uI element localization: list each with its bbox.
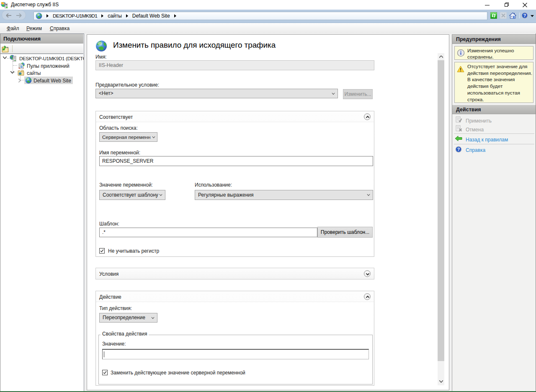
svg-text:?: ? bbox=[523, 13, 526, 18]
svg-text:?: ? bbox=[457, 147, 460, 152]
